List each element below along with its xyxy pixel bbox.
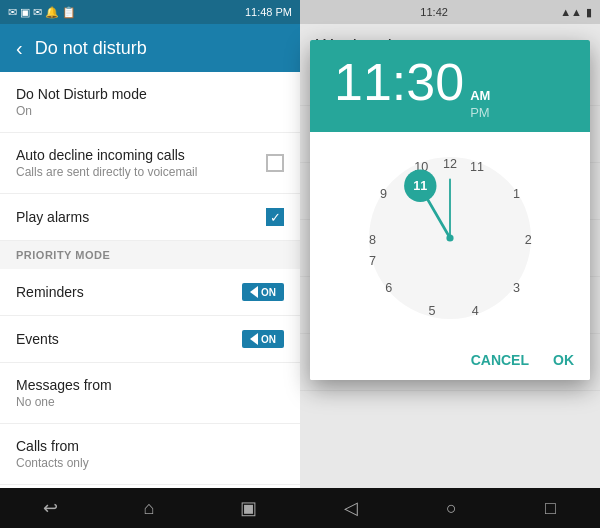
setting-auto-decline[interactable]: Auto decline incoming calls Calls are se… (0, 133, 300, 194)
clock-face[interactable]: 12 1 2 3 4 5 6 7 8 9 10 11 (360, 148, 540, 328)
hour-7: 7 (369, 254, 376, 268)
events-text: Events (16, 331, 59, 347)
events-label: Events (16, 331, 59, 347)
hour-3: 3 (513, 281, 520, 295)
dnd-mode-value: On (16, 104, 147, 118)
reminders-text: Reminders (16, 284, 84, 300)
am-option[interactable]: AM (470, 88, 490, 103)
hour-2: 2 (525, 233, 532, 247)
hour-4: 4 (472, 304, 479, 318)
active-hour-text: 11 (413, 179, 427, 193)
calls-from-value: Contacts only (16, 456, 89, 470)
messages-from-value: No one (16, 395, 112, 409)
clock-time-display: 11:30 (334, 56, 464, 108)
nav-home-icon[interactable]: ⌂ (144, 498, 155, 519)
clock-ok-button[interactable]: OK (553, 352, 574, 368)
icon-msg: ✉ (8, 6, 17, 19)
settings-list: Do Not Disturb mode On Auto decline inco… (0, 72, 300, 488)
dnd-mode-label: Do Not Disturb mode (16, 86, 147, 102)
setting-events[interactable]: Events ON (0, 316, 300, 363)
battery-icon: ▮ (586, 6, 592, 19)
setting-play-alarms[interactable]: Play alarms ✓ (0, 194, 300, 241)
auto-decline-label: Auto decline incoming calls (16, 147, 197, 163)
time-right: 11:42 (420, 6, 448, 18)
messages-from-label: Messages from (16, 377, 112, 393)
nav-recents-right-icon[interactable]: □ (545, 498, 556, 519)
pm-option[interactable]: PM (470, 105, 490, 120)
reminders-toggle[interactable]: ON (242, 283, 284, 301)
status-icons-left: ✉ ▣ ✉ 🔔 📋 (8, 6, 76, 19)
auto-decline-text: Auto decline incoming calls Calls are se… (16, 147, 197, 179)
messages-from-text: Messages from No one (16, 377, 112, 409)
clock-header: 11:30 AM PM (310, 40, 590, 132)
status-bar-left: ✉ ▣ ✉ 🔔 📋 11:48 PM (0, 0, 300, 24)
bottom-nav-left: ↩ ⌂ ▣ (0, 488, 300, 528)
auto-decline-sub: Calls are sent directly to voicemail (16, 165, 197, 179)
setting-dnd-mode[interactable]: Do Not Disturb mode On (0, 72, 300, 133)
icon-cam: ▣ (20, 6, 30, 19)
auto-decline-checkbox[interactable] (266, 154, 284, 172)
clock-ampm: AM PM (470, 88, 490, 120)
nav-back-icon[interactable]: ↩ (43, 497, 58, 519)
events-toggle-label: ON (261, 334, 276, 345)
hour-6: 6 (385, 281, 392, 295)
hour-11: 11 (470, 160, 484, 174)
calls-from-label: Calls from (16, 438, 89, 454)
right-panel: 11:42 ▲▲ ▮ Weekend 🗑 Off Rule n Weeker D… (300, 0, 600, 528)
bottom-nav-right: ◁ ○ □ (300, 488, 600, 528)
icon-bell: 🔔 (45, 6, 59, 19)
header-bar-left: ‹ Do not disturb (0, 24, 300, 72)
setting-messages-from[interactable]: Messages from No one (0, 363, 300, 424)
clock-face-container: 12 1 2 3 4 5 6 7 8 9 10 11 (310, 132, 590, 344)
play-alarms-label: Play alarms (16, 209, 89, 225)
setting-reminders[interactable]: Reminders ON (0, 269, 300, 316)
hour-5: 5 (428, 304, 435, 318)
dnd-mode-text: Do Not Disturb mode On (16, 86, 147, 118)
page-title-left: Do not disturb (35, 38, 147, 59)
nav-home-right-icon[interactable]: ○ (446, 498, 457, 519)
left-panel: ✉ ▣ ✉ 🔔 📋 11:48 PM ‹ Do not disturb Do N… (0, 0, 300, 528)
clock-dialog: 11:30 AM PM 12 1 2 3 4 5 6 (310, 40, 590, 380)
status-icons-right: ▲▲ ▮ (560, 6, 592, 19)
play-alarms-text: Play alarms (16, 209, 89, 225)
nav-back-right-icon[interactable]: ◁ (344, 497, 358, 519)
events-toggle[interactable]: ON (242, 330, 284, 348)
time-left: 11:48 PM (245, 6, 292, 18)
status-bar-right: 11:42 ▲▲ ▮ (300, 0, 600, 24)
back-button[interactable]: ‹ (16, 37, 23, 60)
icon-email: ✉ (33, 6, 42, 19)
clock-buttons: CANCEL OK (310, 344, 590, 380)
icon-clip: 📋 (62, 6, 76, 19)
setting-calls-from[interactable]: Calls from Contacts only (0, 424, 300, 485)
nav-recents-icon[interactable]: ▣ (240, 497, 257, 519)
clock-cancel-button[interactable]: CANCEL (471, 352, 529, 368)
clock-center-dot (446, 234, 453, 241)
hour-1: 1 (513, 187, 520, 201)
signal-icon: ▲▲ (560, 6, 582, 18)
clock-svg: 12 1 2 3 4 5 6 7 8 9 10 11 (360, 148, 540, 328)
play-alarms-checkbox[interactable]: ✓ (266, 208, 284, 226)
calls-from-text: Calls from Contacts only (16, 438, 89, 470)
priority-mode-header: PRIORITY MODE (0, 241, 300, 269)
reminders-toggle-label: ON (261, 287, 276, 298)
reminders-label: Reminders (16, 284, 84, 300)
hour-12: 12 (443, 157, 457, 171)
hour-9: 9 (380, 187, 387, 201)
hour-8: 8 (369, 233, 376, 247)
